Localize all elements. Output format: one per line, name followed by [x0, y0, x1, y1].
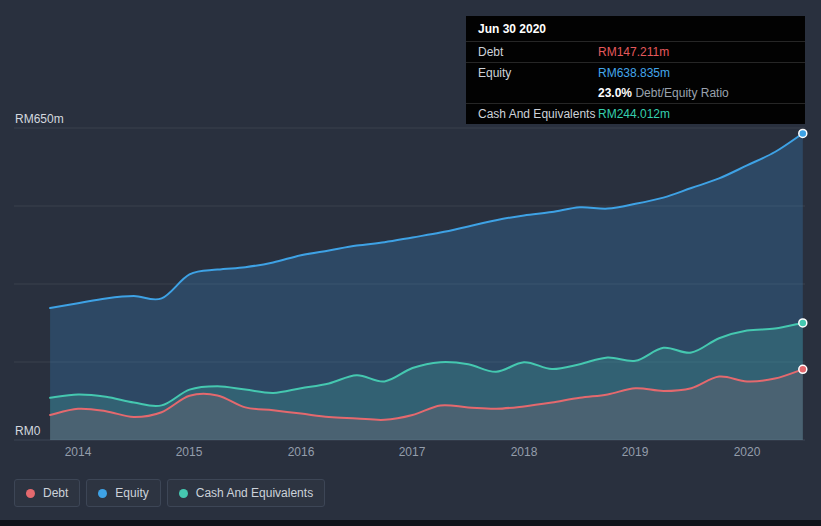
legend-label-debt: Debt [43, 486, 68, 500]
x-tick-2015: 2015 [176, 445, 203, 459]
tooltip-equity-value: RM638.835m [598, 66, 793, 80]
bottom-strip [0, 520, 821, 526]
tooltip-debt-label: Debt [478, 45, 598, 59]
tooltip-debt-value: RM147.211m [598, 45, 793, 59]
chart-tooltip: Jun 30 2020 Debt RM147.211m Equity RM638… [466, 16, 805, 124]
tooltip-cash-value: RM244.012m [598, 107, 793, 121]
legend-label-equity: Equity [115, 486, 148, 500]
debt-equity-chart-panel: RM650m RM0 2014 2015 2016 2017 2018 2019… [0, 0, 821, 526]
x-tick-2018: 2018 [511, 445, 538, 459]
tooltip-ratio-label: Debt/Equity Ratio [635, 86, 728, 100]
tooltip-row-debt: Debt RM147.211m [466, 42, 805, 63]
x-tick-2019: 2019 [622, 445, 649, 459]
x-tick-2017: 2017 [399, 445, 426, 459]
tooltip-ratio-percent: 23.0% [598, 86, 632, 100]
x-tick-2016: 2016 [288, 445, 315, 459]
debt-legend-dot-icon [26, 489, 35, 498]
legend-item-debt[interactable]: Debt [14, 479, 80, 507]
tooltip-cash-label: Cash And Equivalents [478, 107, 598, 121]
tooltip-row-equity: Equity RM638.835m [466, 63, 805, 83]
y-axis-label-bottom: RM0 [15, 424, 40, 438]
cash-legend-dot-icon [179, 489, 188, 498]
legend-item-equity[interactable]: Equity [86, 479, 160, 507]
tooltip-date: Jun 30 2020 [466, 16, 805, 42]
equity-legend-dot-icon [98, 489, 107, 498]
y-axis-label-top: RM650m [15, 112, 64, 126]
legend-label-cash: Cash And Equivalents [196, 486, 313, 500]
legend-item-cash[interactable]: Cash And Equivalents [167, 479, 325, 507]
x-tick-2014: 2014 [65, 445, 92, 459]
chart-legend: Debt Equity Cash And Equivalents [14, 479, 331, 507]
tooltip-equity-label: Equity [478, 66, 598, 80]
x-tick-2020: 2020 [734, 445, 761, 459]
tooltip-ratio-value: 23.0% Debt/Equity Ratio [598, 86, 793, 100]
tooltip-row-cash: Cash And Equivalents RM244.012m [466, 104, 805, 124]
x-axis: 2014 2015 2016 2017 2018 2019 2020 [0, 445, 821, 461]
tooltip-row-ratio: 23.0% Debt/Equity Ratio [466, 83, 805, 104]
